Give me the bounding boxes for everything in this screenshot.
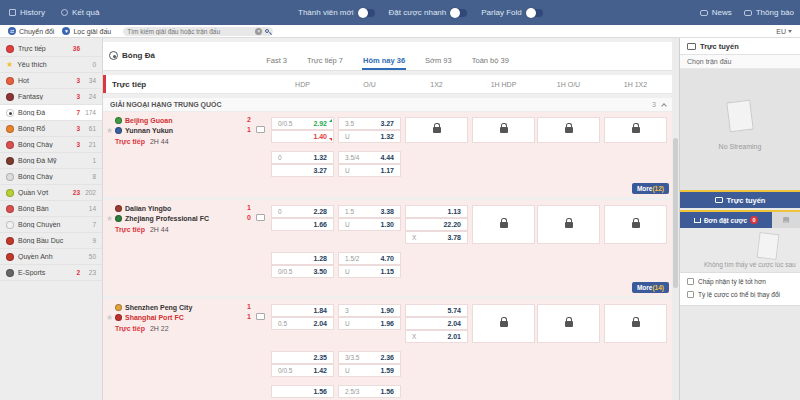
screen-icon xyxy=(715,197,723,203)
sidebar-item-star[interactable]: ★Yêu thích0 xyxy=(0,57,102,73)
tab-1[interactable]: Trực tiếp 7 xyxy=(306,53,344,70)
content-scrollbar[interactable] xyxy=(672,38,679,400)
over-under-odds-cell[interactable]: 31.90 xyxy=(338,304,401,317)
sidebar-item-rugby[interactable]: Bóng Bầu Dục9 xyxy=(0,233,102,249)
convert-button[interactable]: ⇄ Chuyển đổi xyxy=(8,27,54,35)
sidebar-item-volleyball[interactable]: Bóng Chuyền7 xyxy=(0,217,102,233)
over-under-odds-cell[interactable]: 1.53.38 xyxy=(338,205,401,218)
history-button[interactable]: History xyxy=(9,8,45,17)
collapse-chevron-icon[interactable] xyxy=(661,103,667,109)
over-under-odds-cell[interactable]: 3/3.52.36 xyxy=(338,351,401,364)
accept-better-odds-checkbox[interactable] xyxy=(687,278,694,285)
odds-up-arrow-icon xyxy=(329,119,332,122)
sidebar-item-basketball[interactable]: Bóng Rổ361 xyxy=(0,121,102,137)
more-odds-button[interactable]: More(14) xyxy=(632,282,669,293)
new-member-switch[interactable] xyxy=(359,9,375,17)
odds-format-value: EU xyxy=(776,28,786,35)
odds-may-change-checkbox[interactable] xyxy=(687,291,694,298)
sidebar-item-live[interactable]: Trực tiếp36 xyxy=(0,41,102,57)
hdp-odds-cell[interactable]: 0/0.51.42 xyxy=(271,364,334,377)
over-under-odds-cell[interactable]: 1.5/24.70 xyxy=(338,252,401,265)
over-under-odds-cell[interactable]: 3.53.27 xyxy=(338,117,401,130)
tab-2[interactable]: Hôm nay 36 xyxy=(362,53,406,70)
sidebar-item-fantasy[interactable]: Fantasy324 xyxy=(0,89,102,105)
hdp-odds-cell[interactable]: 2.35 xyxy=(271,351,334,364)
league-header[interactable]: GIẢI NGOẠI HẠNG TRUNG QUỐC 3 xyxy=(103,98,672,112)
clear-search-icon[interactable]: × xyxy=(255,28,262,35)
hdp-odds-cell[interactable]: 1.28 xyxy=(271,252,334,265)
odds-format-select[interactable]: EU xyxy=(776,28,792,35)
hdp-odds-cell[interactable]: 3.27 xyxy=(271,164,334,177)
ball-icon xyxy=(6,173,14,181)
results-button[interactable]: Kết quả xyxy=(61,8,100,17)
toggle-parlay-fold[interactable]: Parlay Fold xyxy=(481,8,542,17)
sidebar-count: 8 xyxy=(84,173,96,180)
select-match-dropdown[interactable]: Chọn trận đấu xyxy=(680,55,800,69)
more-odds-button[interactable]: More(12) xyxy=(632,183,669,194)
1x2-odds-cell[interactable]: X3.78 xyxy=(405,231,468,244)
over-under-odds-cell[interactable]: U1.32 xyxy=(338,130,401,143)
sidebar-item-american-football[interactable]: Bóng Đá Mỹ1 xyxy=(0,153,102,169)
sidebar-item-soccer[interactable]: Bóng Đá7174 xyxy=(0,105,102,121)
hdp-odds-cell[interactable]: 1.56 xyxy=(271,385,334,398)
hdp-odds-cell[interactable]: 02.28 xyxy=(271,205,334,218)
topbar-right-group: News Thông báo xyxy=(700,0,794,25)
match-stats-icon[interactable] xyxy=(256,313,265,320)
tab-4[interactable]: Toàn bộ 39 xyxy=(471,53,510,70)
sidebar-item-table-tennis[interactable]: Bóng Bàn14 xyxy=(0,201,102,217)
tab-0[interactable]: Fast 3 xyxy=(265,53,288,70)
over-under-odds-cell[interactable]: 2.5/31.56 xyxy=(338,385,401,398)
over-under-odds-cell[interactable]: U1.30 xyxy=(338,218,401,231)
notifications-button[interactable]: Thông báo xyxy=(744,8,794,17)
hdp-odds-cell[interactable]: 1.40 xyxy=(271,130,334,143)
accept-better-odds-option[interactable]: Chấp nhận tỷ lệ tốt hơn xyxy=(687,278,766,285)
basketball-icon xyxy=(6,125,14,133)
toggle-quick-bet[interactable]: Đặt cược nhanh xyxy=(389,8,468,17)
toggle-new-member[interactable]: Thành viên mới xyxy=(298,8,375,17)
main-content: Bóng Đá Fast 3Trực tiếp 7Hôm nay 36Sớm 9… xyxy=(103,38,672,400)
filter-leagues-button[interactable]: ▼ Lọc giải đấu xyxy=(62,27,111,35)
1x2-odds-cell[interactable]: 5.74 xyxy=(405,304,468,317)
notifications-icon xyxy=(744,10,752,16)
match-stats-icon[interactable] xyxy=(256,214,265,221)
tab-3[interactable]: Sớm 93 xyxy=(424,53,453,70)
over-under-odds-cell[interactable]: U1.96 xyxy=(338,317,401,330)
news-button[interactable]: News xyxy=(700,8,732,17)
search-input[interactable] xyxy=(127,28,252,35)
scrollbar-thumb[interactable] xyxy=(673,138,678,288)
sidebar-item-ball[interactable]: Bóng Chày8 xyxy=(0,169,102,185)
hdp-odds-cell[interactable]: 0/0.53.50 xyxy=(271,265,334,278)
tab-bet-slip[interactable]: Đơn đặt cược 0 xyxy=(680,212,772,228)
hdp-odds-cell[interactable]: 1.66 xyxy=(271,218,334,231)
search-icon[interactable] xyxy=(265,29,269,33)
over-under-odds-cell[interactable]: 3.5/44.44 xyxy=(338,151,401,164)
sidebar-item-boxing[interactable]: Quyền Anh50 xyxy=(0,249,102,265)
hdp-odds-cell[interactable]: 0.52.04 xyxy=(271,317,334,330)
match-stats-icon[interactable] xyxy=(256,126,265,133)
over-under-odds-cell[interactable]: U1.15 xyxy=(338,265,401,278)
sidebar-item-baseball[interactable]: Bóng Chày321 xyxy=(0,137,102,153)
1x2-odds-cell[interactable]: 22.20 xyxy=(405,218,468,231)
favorite-star-icon[interactable]: ★ xyxy=(106,126,113,135)
sidebar-item-hot[interactable]: Hot334 xyxy=(0,73,102,89)
favorite-star-icon[interactable]: ★ xyxy=(106,313,113,322)
sidebar-item-esports[interactable]: E-Sports223 xyxy=(0,265,102,281)
sidebar-item-tennis[interactable]: Quần Vợt23202 xyxy=(0,185,102,201)
quick-bet-switch[interactable] xyxy=(451,9,467,17)
live-stream-button[interactable]: Trực tuyến xyxy=(680,190,800,208)
hdp-odds-cell[interactable]: 1.84 xyxy=(271,304,334,317)
tab-my-bets[interactable]: ▤ xyxy=(772,212,800,228)
favorite-star-icon[interactable]: ★ xyxy=(106,214,113,223)
1x2-odds-cell[interactable]: 1.13 xyxy=(405,205,468,218)
1x2-odds-cell[interactable]: 2.04 xyxy=(405,317,468,330)
odds-may-change-option[interactable]: Tỷ lệ cược có thể bị thay đổi xyxy=(687,291,780,298)
over-under-odds-cell[interactable]: U1.17 xyxy=(338,164,401,177)
odds-value: 1.30 xyxy=(380,221,394,228)
1x2-odds-cell[interactable]: X2.01 xyxy=(405,330,468,343)
hdp-odds-cell[interactable]: 01.32 xyxy=(271,151,334,164)
hdp-odds-cell[interactable]: 0/0.52.92 xyxy=(271,117,334,130)
parlay-fold-switch[interactable] xyxy=(527,9,543,17)
search-box[interactable]: × xyxy=(123,27,273,36)
lock-icon xyxy=(565,222,573,228)
over-under-odds-cell[interactable]: U1.59 xyxy=(338,364,401,377)
